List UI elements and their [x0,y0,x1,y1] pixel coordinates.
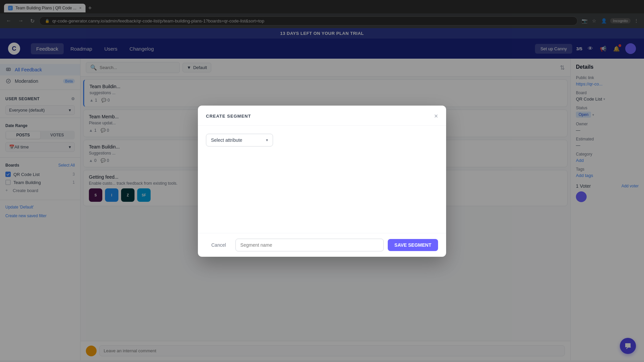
modal-overlay[interactable]: CREATE SEGMENT × Select attribute ▾ Canc… [0,0,644,362]
modal-header: CREATE SEGMENT × [198,106,446,126]
modal-close-button[interactable]: × [434,112,438,120]
create-segment-modal: CREATE SEGMENT × Select attribute ▾ Canc… [198,106,446,257]
select-attribute-caret-icon: ▾ [266,138,268,142]
select-attribute-dropdown[interactable]: Select attribute ▾ [206,134,273,146]
modal-body: Select attribute ▾ [198,126,446,233]
modal-footer: Cancel SAVE SEGMENT [198,233,446,257]
segment-name-input[interactable] [235,239,384,251]
select-attribute-text: Select attribute [211,137,242,143]
modal-title: CREATE SEGMENT [206,114,251,119]
cancel-button[interactable]: Cancel [206,240,231,250]
save-segment-button[interactable]: SAVE SEGMENT [388,239,438,251]
